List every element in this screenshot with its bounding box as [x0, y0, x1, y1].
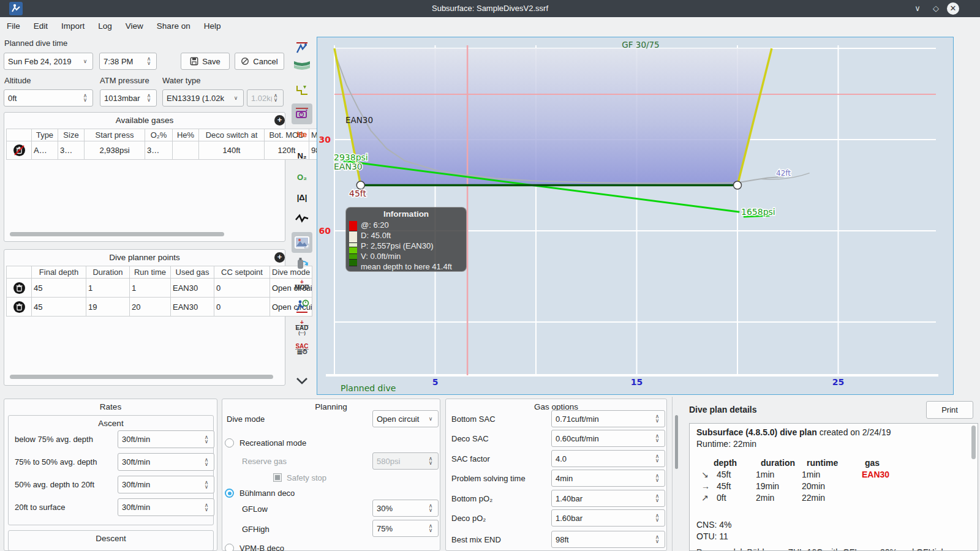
cell[interactable]: EAN30 [171, 279, 214, 298]
print-button[interactable]: Print [926, 401, 973, 419]
delete-row-cell[interactable] [7, 279, 32, 298]
dive-date-combo[interactable]: Sun Feb 24, 2019∨ [4, 53, 93, 70]
column-type[interactable]: Type [32, 129, 58, 141]
gas-option-spinbox[interactable]: 0.60cuft/min∧∨ [551, 430, 665, 447]
menu-file[interactable]: File [0, 17, 27, 31]
ascent-rate-spinbox[interactable]: 30ft/min∧∨ [118, 453, 214, 471]
cell[interactable]: A… [32, 141, 58, 160]
cell[interactable]: 140ft [199, 141, 265, 160]
column-size[interactable]: Size [58, 129, 85, 141]
cell[interactable]: 3… [58, 141, 85, 160]
cell[interactable]: EAN30 [171, 298, 214, 317]
recreational-mode-radio[interactable] [225, 438, 234, 448]
menu-help[interactable]: Help [197, 17, 228, 31]
ndl-icon[interactable] [293, 298, 311, 315]
trash-icon[interactable] [13, 282, 25, 294]
cell[interactable]: 45 [32, 298, 86, 317]
column-o-[interactable]: O₂% [145, 129, 173, 141]
spin-arrows-icon[interactable]: ∧∨ [654, 535, 661, 544]
gas-option-spinbox[interactable]: 1.40bar∧∨ [551, 490, 665, 507]
water-type-combo[interactable]: EN13319 (1.02k∨ [162, 89, 244, 107]
delta-icon[interactable]: |Δ| [293, 189, 311, 206]
menu-share-on[interactable]: Share on [150, 17, 197, 31]
add-point-button[interactable]: + [274, 252, 285, 263]
gas-option-spinbox[interactable]: 98ft∧∨ [551, 531, 665, 548]
spin-arrows-icon[interactable]: ∧∨ [654, 434, 661, 443]
spin-arrows-icon[interactable]: ∧∨ [81, 94, 89, 102]
spin-arrows-icon[interactable]: ∧∨ [145, 57, 153, 66]
cell[interactable]: 3… [145, 141, 173, 160]
cell[interactable]: 1 [86, 279, 130, 298]
ascent-rate-spinbox[interactable]: 30ft/min∧∨ [118, 476, 214, 493]
menu-import[interactable]: Import [55, 17, 91, 31]
cell[interactable] [173, 141, 199, 160]
buhlmann-deco-radio[interactable] [225, 489, 234, 498]
points-hscrollbar[interactable] [10, 375, 273, 379]
menu-log[interactable]: Log [91, 17, 119, 31]
gas-option-spinbox[interactable]: 4.0∧∨ [551, 450, 665, 467]
photos-icon[interactable] [292, 232, 312, 253]
tank-bar-icon[interactable] [292, 103, 312, 124]
ascent-rate-spinbox[interactable]: 30ft/min∧∨ [118, 430, 214, 448]
cell[interactable]: 19 [86, 298, 130, 317]
gas-option-spinbox[interactable]: 4min∧∨ [551, 470, 665, 487]
cancel-button[interactable]: Cancel [235, 53, 284, 70]
spin-arrows-icon[interactable]: ∧∨ [203, 458, 210, 467]
sac-icon[interactable]: SAC▦⏱ [293, 340, 311, 358]
menu-view[interactable]: View [119, 17, 150, 31]
add-gas-button[interactable]: + [274, 115, 285, 126]
cell[interactable]: 2,938psi [85, 141, 145, 160]
spin-arrows-icon[interactable]: ∧∨ [654, 494, 661, 503]
ead-icon[interactable]: +EAD(···) [293, 319, 311, 336]
spin-arrows-icon[interactable]: ∧∨ [654, 414, 661, 423]
delete-row-cell[interactable] [7, 298, 32, 317]
vpmb-deco-radio[interactable] [225, 544, 234, 551]
spin-arrows-icon[interactable]: ∧∨ [654, 454, 661, 463]
spin-arrows-icon[interactable]: ∧∨ [145, 94, 153, 102]
heartrate-icon[interactable] [293, 209, 311, 227]
altitude-spinbox[interactable]: 0ft∧∨ [4, 89, 93, 107]
cell[interactable]: 45 [32, 279, 86, 298]
gases-hscrollbar[interactable] [10, 232, 224, 236]
column-final-depth[interactable]: Final depth [32, 266, 86, 279]
trash-icon[interactable] [13, 301, 25, 313]
he-graph-icon[interactable]: He [293, 126, 311, 143]
n2-graph-icon[interactable]: N₂ [293, 147, 311, 164]
details-splitter[interactable] [672, 397, 673, 551]
column-duration[interactable]: Duration [86, 266, 130, 279]
gradient-waves-icon[interactable] [293, 56, 311, 73]
gas-option-spinbox[interactable]: 1.60bar∧∨ [551, 509, 665, 527]
spin-arrows-icon[interactable]: ∧∨ [654, 514, 661, 522]
close-icon[interactable]: ✕ [947, 2, 959, 15]
dive-profile-chart[interactable]: GF 30/75306051525EAN302938psiEAN3045ft42… [317, 37, 954, 395]
column-run-time[interactable]: Run time [130, 266, 171, 279]
gflow-spinbox[interactable]: 30%∧∨ [372, 500, 439, 517]
spin-arrows-icon[interactable]: ∧∨ [203, 503, 210, 512]
delete-row-cell[interactable] [7, 141, 32, 160]
cell[interactable]: 1 [130, 279, 171, 298]
dive-time-spinbox[interactable]: 7:38 PM∧∨ [99, 53, 157, 70]
column-start-press[interactable]: Start press [85, 129, 145, 141]
spin-arrows-icon[interactable]: ∧∨ [427, 504, 434, 512]
spin-arrows-icon[interactable]: ∧∨ [203, 481, 210, 489]
column-cc-setpoint[interactable]: CC setpoint [214, 266, 270, 279]
spin-arrows-icon[interactable]: ∧∨ [427, 524, 434, 533]
gas-option-spinbox[interactable]: 0.71cuft/min∧∨ [551, 410, 665, 427]
trash-icon[interactable] [13, 144, 25, 156]
gfhigh-spinbox[interactable]: 75%∧∨ [372, 520, 439, 537]
spin-arrows-icon[interactable]: ∧∨ [654, 474, 661, 482]
column-he-[interactable]: He% [173, 129, 199, 141]
maximize-icon[interactable]: ◇ [930, 2, 942, 15]
minimize-icon[interactable]: ∨ [911, 2, 924, 15]
ascent-rate-spinbox[interactable]: 30ft/min∧∨ [118, 498, 214, 516]
save-button[interactable]: Save [181, 53, 230, 70]
gas-change-icon[interactable] [293, 255, 311, 272]
dive-mode-combo[interactable]: Open circuit∨ [372, 410, 439, 427]
dive-profile-icon[interactable] [293, 39, 311, 56]
cell[interactable]: 0 [214, 279, 270, 298]
cell[interactable]: 0 [214, 298, 270, 317]
o2-graph-icon[interactable]: O₂ [293, 168, 311, 186]
spin-arrows-icon[interactable]: ∧∨ [203, 435, 210, 444]
menu-edit[interactable]: Edit [27, 17, 55, 31]
cell[interactable]: 20 [130, 298, 171, 317]
